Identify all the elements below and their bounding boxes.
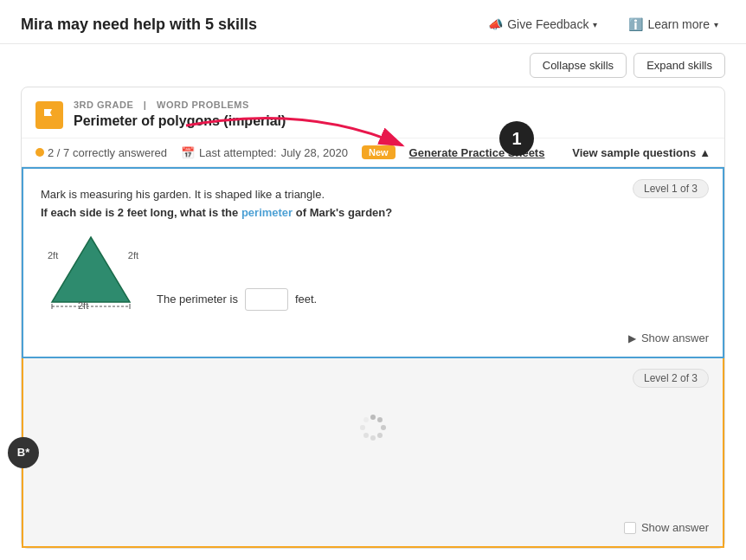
toolbar: Collapse skills Expand skills: [0, 44, 746, 87]
chevron-down-icon: ▾: [714, 20, 718, 29]
dim-left-label: 2ft: [48, 250, 58, 261]
skill-card: 3RD GRADE | WORD PROBLEMS Perimeter of p…: [21, 87, 725, 549]
svg-marker-1: [52, 237, 130, 302]
chevron-down-icon: ▾: [593, 20, 597, 29]
last-attempted: 📅 Last attempted: July 28, 2020: [181, 146, 348, 159]
skill-meta: 3RD GRADE | WORD PROBLEMS: [74, 100, 711, 110]
give-feedback-button[interactable]: 📣 Give Feedback ▾: [481, 14, 604, 35]
new-badge: New: [362, 145, 396, 159]
level-1-badge: Level 1 of 3: [633, 179, 709, 198]
svg-point-5: [370, 415, 376, 420]
correctly-answered: 2 / 7 correctly answered: [35, 146, 167, 159]
level-1-panel: Level 1 of 3 Mark is measuring his garde…: [22, 167, 724, 358]
skill-info: 3RD GRADE | WORD PROBLEMS Perimeter of p…: [74, 100, 711, 129]
dim-right-label: 2ft: [128, 250, 138, 261]
feedback-icon: 📣: [488, 17, 503, 31]
sample-questions-button[interactable]: View sample questions ▲: [572, 146, 711, 159]
svg-point-6: [377, 417, 383, 422]
level-2-content: [23, 358, 723, 514]
loading-container: [41, 376, 705, 480]
header-actions: 📣 Give Feedback ▾ ℹ️ Learn more ▾: [481, 14, 725, 35]
skill-stats: 2 / 7 correctly answered 📅 Last attempte…: [22, 138, 724, 167]
flag-icon: [35, 101, 63, 129]
badge-number: 1: [499, 121, 534, 156]
show-answer-1[interactable]: ▶ Show answer: [23, 325, 723, 357]
level-2-panel: B* Level 2 of 3: [22, 358, 724, 548]
expand-skills-button[interactable]: Expand skills: [633, 53, 725, 78]
skill-header: 3RD GRADE | WORD PROBLEMS Perimeter of p…: [22, 87, 724, 138]
svg-point-11: [360, 425, 365, 430]
question-text-1: Mark is measuring his garden. It is shap…: [41, 186, 430, 222]
svg-point-7: [381, 425, 386, 430]
level-2-badge: Level 2 of 3: [633, 369, 709, 388]
info-icon: ℹ️: [628, 17, 643, 31]
play-icon: ▶: [628, 332, 636, 344]
chevron-up-icon: ▲: [699, 146, 711, 159]
triangle-svg: [48, 233, 134, 311]
triangle-container: 2ft 2ft 2ft: [48, 233, 134, 311]
svg-point-10: [363, 433, 369, 438]
page-title: Mira may need help with 5 skills: [21, 16, 257, 34]
perimeter-answer-input[interactable]: [245, 288, 288, 311]
level-panels: Level 1 of 3 Mark is measuring his garde…: [22, 167, 724, 548]
b-avatar: B*: [8, 437, 39, 468]
flag-svg: [42, 108, 56, 122]
svg-point-12: [363, 417, 369, 422]
header: Mira may need help with 5 skills 📣 Give …: [0, 0, 746, 44]
dim-bottom-label: 2ft: [78, 300, 88, 311]
svg-point-9: [370, 435, 376, 441]
svg-point-8: [377, 433, 383, 438]
spinner-svg: [356, 410, 390, 445]
skill-title: Perimeter of polygons (imperial): [74, 113, 711, 129]
stat-dot: [35, 148, 44, 157]
page-container: Mira may need help with 5 skills 📣 Give …: [0, 0, 746, 560]
perimeter-highlight: perimeter: [241, 206, 293, 219]
show-answer-2[interactable]: Show answer: [23, 514, 723, 546]
show-answer-checkbox[interactable]: [624, 522, 636, 534]
level-1-content: Mark is measuring his garden. It is shap…: [23, 169, 723, 325]
calendar-icon: 📅: [181, 146, 195, 159]
learn-more-button[interactable]: ℹ️ Learn more ▾: [621, 14, 725, 35]
triangle-diagram: 2ft 2ft 2ft The perimeter is feet.: [48, 233, 705, 311]
collapse-skills-button[interactable]: Collapse skills: [530, 53, 627, 78]
perimeter-question: The perimeter is feet.: [157, 288, 317, 311]
